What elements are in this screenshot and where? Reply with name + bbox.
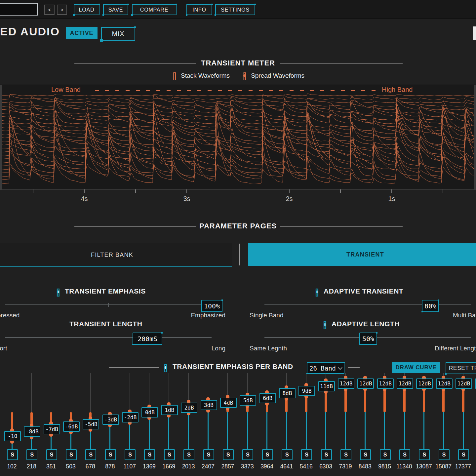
band-solo-button[interactable]: S	[66, 449, 77, 460]
tab-transient[interactable]: TRANSIENT	[248, 243, 476, 266]
stack-waveforms-label[interactable]: Stack Waveforms	[181, 72, 230, 79]
compare-button[interactable]: COMPARE	[132, 4, 177, 15]
transient-length-slider[interactable]	[5, 337, 212, 338]
band-solo-button[interactable]: S	[164, 449, 175, 460]
band-slider-lower-fill	[443, 412, 444, 449]
slider-center-tick	[108, 303, 109, 307]
tab-filter-bank[interactable]: FILTER BANK	[0, 243, 232, 267]
band-value[interactable]: 12dB	[357, 378, 374, 389]
band-solo-button[interactable]: S	[458, 449, 469, 460]
band-solo-button[interactable]: S	[46, 449, 57, 460]
band-solo-button[interactable]: S	[439, 449, 450, 460]
band-solo-button[interactable]: S	[203, 449, 214, 460]
spread-waveforms-label[interactable]: Spread Waveforms	[251, 72, 304, 79]
stack-waveforms-radio[interactable]	[172, 72, 178, 80]
band-value[interactable]: 12dB	[397, 378, 413, 389]
transient-emphasis-value[interactable]: 100%	[201, 300, 222, 312]
divider-line	[74, 226, 196, 227]
active-button[interactable]: ACTIVE	[66, 27, 98, 39]
panel-rail-left	[0, 85, 2, 189]
band-value[interactable]: -10	[4, 431, 21, 441]
waveform-trace	[0, 95, 476, 103]
band-solo-button[interactable]: S	[419, 449, 430, 460]
band-value[interactable]: 3dB	[201, 400, 217, 410]
band-value[interactable]: 12dB	[377, 378, 394, 389]
band-value[interactable]: 11dB	[318, 381, 335, 391]
band-solo-button[interactable]: S	[301, 449, 312, 460]
band-slider-lower-fill	[188, 412, 189, 449]
band-value[interactable]: 0dB	[141, 407, 158, 417]
band-solo-button[interactable]: S	[144, 449, 155, 460]
band-value[interactable]: 12dB	[456, 378, 472, 389]
band-value[interactable]: -3dB	[102, 415, 119, 425]
divider-line	[280, 226, 403, 227]
draw-curve-button[interactable]: DRAW CURVE	[392, 362, 440, 373]
time-axis-tick	[84, 189, 85, 193]
mix-button[interactable]: MIX	[101, 27, 135, 41]
waveform-trace	[0, 107, 476, 167]
band-value[interactable]: 9dB	[298, 386, 315, 396]
transient-length-label: TRANSIENT LENGTH	[69, 320, 142, 328]
waveform-trace	[0, 106, 476, 152]
waveform-trace	[0, 103, 476, 142]
band-solo-button[interactable]: S	[85, 449, 96, 460]
panel-rail-right	[474, 85, 476, 189]
band-slider-lower-fill	[168, 412, 169, 449]
adaptive-length-label: ADAPTIVE LENGTH	[332, 320, 400, 328]
band-freq-label: 17377	[450, 463, 476, 470]
band-value[interactable]: 6dB	[259, 393, 276, 403]
band-solo-button[interactable]: S	[380, 449, 391, 460]
adaptive-length-min-label: Same Legnth	[250, 345, 287, 352]
load-button[interactable]: LOAD	[74, 4, 99, 15]
prev-preset-button[interactable]: <	[44, 5, 55, 15]
adaptive-length-toggle[interactable]	[322, 321, 328, 329]
waveform-trace	[0, 107, 476, 138]
band-value[interactable]: -7dB	[44, 424, 60, 434]
band-solo-button[interactable]: S	[321, 449, 332, 460]
transient-emphasis-toggle[interactable]	[55, 288, 61, 296]
band-value[interactable]: -8dB	[24, 426, 40, 437]
settings-button[interactable]: SETTINGS	[215, 4, 255, 15]
band-count-dropdown[interactable]: 26 Band	[307, 362, 344, 374]
adaptive-length-value[interactable]: 50%	[359, 333, 377, 345]
adaptive-transient-value[interactable]: 80%	[422, 300, 439, 312]
band-solo-button[interactable]: S	[242, 449, 253, 460]
band-solo-button[interactable]: S	[125, 449, 136, 460]
per-band-toggle[interactable]	[163, 364, 169, 372]
band-solo-button[interactable]: S	[7, 449, 18, 460]
logo-partial	[473, 26, 476, 40]
band-solo-button[interactable]: S	[26, 449, 37, 460]
band-solo-button[interactable]: S	[183, 449, 194, 460]
band-value[interactable]: 8dB	[279, 388, 296, 398]
band-value[interactable]: 2dB	[181, 403, 197, 413]
next-preset-button[interactable]: >	[57, 5, 67, 15]
band-value[interactable]: 4dB	[220, 398, 237, 408]
band-value[interactable]: -5dB	[83, 419, 99, 429]
adaptive-transient-slider[interactable]	[264, 304, 471, 305]
transient-length-value[interactable]: 200mS	[133, 333, 162, 345]
waveform-panel: Low Band High Band	[0, 85, 476, 190]
preset-display[interactable]	[0, 3, 38, 16]
band-value[interactable]: 12dB	[416, 378, 433, 389]
band-solo-button[interactable]: S	[399, 449, 410, 460]
band-solo-button[interactable]: S	[223, 449, 234, 460]
time-axis-tick	[135, 189, 136, 193]
band-solo-button[interactable]: S	[360, 449, 371, 460]
spread-waveforms-radio[interactable]	[242, 72, 248, 80]
band-value[interactable]: 12dB	[436, 378, 453, 389]
band-value[interactable]: 12dB	[338, 378, 354, 389]
transient-waveform-display	[0, 85, 476, 189]
band-value[interactable]: 1dB	[161, 405, 178, 415]
band-solo-button[interactable]: S	[262, 449, 273, 460]
band-slider-lower-fill	[247, 412, 248, 449]
reset-transient-button[interactable]: RESET TRANSIENT	[446, 362, 476, 374]
band-value[interactable]: -6dB	[63, 421, 80, 432]
band-solo-button[interactable]: S	[282, 449, 293, 460]
band-solo-button[interactable]: S	[340, 449, 351, 460]
adaptive-transient-toggle[interactable]	[314, 288, 320, 296]
band-value[interactable]: -2dB	[122, 412, 139, 422]
info-button[interactable]: INFO	[186, 4, 212, 15]
band-solo-button[interactable]: S	[105, 449, 116, 460]
save-button[interactable]: SAVE	[103, 4, 128, 15]
band-value[interactable]: 5dB	[240, 395, 256, 406]
